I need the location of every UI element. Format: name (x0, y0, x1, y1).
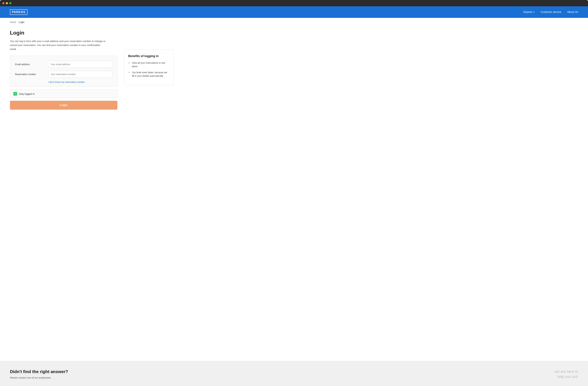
window-chrome (0, 0, 588, 6)
navigation: Airports ▼ Customer service About Us (523, 11, 578, 14)
reservation-input[interactable] (48, 71, 112, 78)
footer-title: Didn't find the right answer? (10, 369, 68, 374)
check-icon-1: ✓ (128, 61, 130, 64)
breadcrumb-bar: Home › Login (0, 18, 588, 26)
breadcrumb: Home › Login (10, 21, 578, 23)
benefits-card: Benefits of logging in ✓ View all your r… (124, 50, 174, 85)
reservation-row: Reservation number (15, 71, 112, 78)
breadcrumb-separator: › (17, 21, 18, 23)
close-button[interactable] (2, 2, 4, 4)
stay-logged-row: Stay logged in (10, 89, 117, 98)
helper-text-line2: help you out! (555, 374, 578, 379)
benefit-text-2: You book even faster, because we fill in… (132, 71, 169, 78)
minimize-button[interactable] (6, 2, 8, 4)
main-content: Login You can log in here with your e-ma… (0, 26, 588, 361)
login-button[interactable]: Login (10, 101, 117, 110)
stay-logged-checkbox[interactable] (13, 92, 17, 96)
benefit-text-1: View all your reservations in one place (132, 61, 169, 68)
header: PARKOS Airports ▼ Customer service About… (0, 6, 588, 18)
nav-about-us[interactable]: About Us (567, 11, 578, 14)
email-input[interactable] (48, 61, 112, 68)
nav-airports[interactable]: Airports ▼ (523, 11, 535, 14)
reservation-label: Reservation number (15, 73, 45, 76)
maximize-button[interactable] (9, 2, 11, 4)
airports-dropdown-arrow: ▼ (533, 11, 535, 13)
helper-text-line1: we are here to (555, 369, 578, 374)
benefit-item-1: ✓ View all your reservations in one plac… (128, 61, 169, 68)
logo[interactable]: PARKOS (10, 9, 27, 15)
footer-left: Didn't find the right answer? Please con… (10, 369, 68, 379)
benefit-item-2: ✓ You book even faster, because we fill … (128, 71, 169, 78)
forgot-reservation-link[interactable]: I don't know my reservation number (48, 81, 112, 83)
page-title: Login (10, 30, 117, 36)
left-section: Login You can log in here with your e-ma… (10, 30, 117, 110)
stay-logged-label: Stay logged in (19, 92, 35, 95)
footer-section: Didn't find the right answer? Please con… (0, 361, 588, 386)
nav-customer-service[interactable]: Customer service (541, 11, 561, 14)
footer-description: Please contact one of our employees. (10, 376, 68, 379)
page-description: You can log in here with your e-mail add… (10, 39, 106, 51)
form-card: Email address Reservation number I don't… (10, 56, 117, 87)
footer-helper-text: we are here to help you out! (555, 369, 578, 379)
page-wrapper: PARKOS Airports ▼ Customer service About… (0, 6, 588, 386)
check-icon-2: ✓ (128, 71, 130, 74)
benefits-title: Benefits of logging in (128, 54, 169, 58)
email-label: Email address (15, 63, 45, 66)
email-row: Email address (15, 61, 112, 68)
breadcrumb-home[interactable]: Home (10, 21, 16, 23)
breadcrumb-current: Login (19, 21, 24, 23)
